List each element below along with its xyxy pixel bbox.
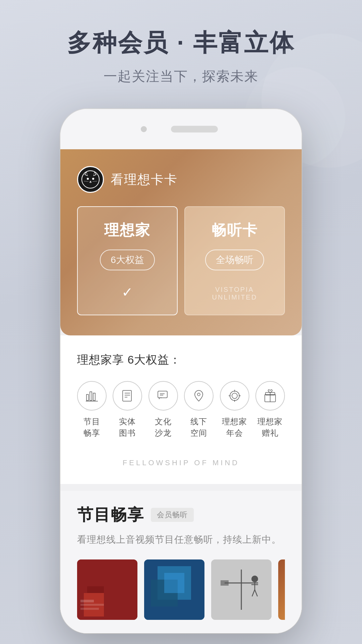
option-2-subtitle: VISTOPIA UNLIMITED [192,286,278,301]
benefit-label-5: 理想家年会 [222,416,247,438]
option-1-check: ✓ [84,284,170,301]
benefit-label-6: 理想家赠礼 [257,416,283,438]
benefits-grid: 节目畅享 实体图书 [77,381,285,438]
svg-rect-36 [80,608,99,610]
svg-point-21 [197,393,200,396]
section-description: 看理想线上音视频节目任意畅听，持续上新中。 [77,532,285,547]
phone-mockup: 看理想卡卡 理想家 6大权益 ✓ 畅听卡 全场畅听 VISTOPIA UNLIM… [60,109,302,633]
benefit-item-5: 理想家年会 [220,381,249,438]
option-2-title: 畅听卡 [192,220,278,240]
content-section: 节目畅享 会员畅听 看理想线上音视频节目任意畅听，持续上新中。 [60,491,302,633]
content-section-header: 节目畅享 会员畅听 [77,504,285,526]
page-title: 多种会员 · 丰富立体 [20,27,342,59]
gift-icon [255,381,285,411]
thumbnail-1[interactable] [77,559,137,620]
phone-top-bar [60,109,302,149]
benefits-title: 理想家享 6大权益： [77,352,285,368]
card-options: 理想家 6大权益 ✓ 畅听卡 全场畅听 VISTOPIA UNLIMITED [77,206,285,315]
svg-rect-34 [80,600,94,602]
card-brand: 看理想卡卡 [111,171,178,188]
svg-rect-14 [123,390,131,401]
svg-point-23 [232,393,237,398]
svg-rect-49 [221,580,229,586]
benefit-item-1: 节目畅享 [77,381,107,438]
svg-point-0 [82,171,99,188]
cat-logo [77,166,104,193]
ring-icon [220,381,249,411]
benefit-item-2: 实体图书 [113,381,142,438]
benefit-item-4: 线下空间 [184,381,214,438]
svg-rect-40 [164,573,184,593]
svg-rect-35 [80,604,104,606]
chat-icon [148,381,178,411]
option-1-title: 理想家 [84,220,170,240]
benefits-section: 理想家享 6大权益： 节目畅享 [60,335,302,484]
card-header: 看理想卡卡 [77,166,285,193]
option-2-badge: 全场畅听 [205,250,264,270]
thumbnail-3[interactable] [211,559,272,620]
svg-point-5 [87,178,89,180]
fellowship-text: FELLOWSHIP OF MIND [77,455,285,471]
svg-point-22 [230,391,239,400]
benefit-item-3: 文化沙龙 [148,381,178,438]
thumbnails [77,559,285,620]
phone-screen: 看理想卡卡 理想家 6大权益 ✓ 畅听卡 全场畅听 VISTOPIA UNLIM… [60,149,302,633]
membership-card: 看理想卡卡 理想家 6大权益 ✓ 畅听卡 全场畅听 VISTOPIA UNLIM… [60,149,302,335]
svg-point-6 [92,178,94,180]
section-badge: 会员畅听 [151,508,194,522]
svg-rect-10 [86,394,88,400]
svg-point-7 [90,181,91,182]
svg-rect-18 [158,391,167,398]
card-option-2[interactable]: 畅听卡 全场畅听 VISTOPIA UNLIMITED [184,206,285,315]
svg-rect-33 [87,586,104,593]
chart-icon [77,381,107,411]
phone-speaker [171,126,218,132]
benefit-label-4: 线下空间 [190,416,207,438]
benefit-item-6: 理想家赠礼 [255,381,285,438]
section-title: 节目畅享 [77,504,144,526]
benefit-label-2: 实体图书 [119,416,136,438]
thumbnail-4[interactable] [278,559,285,620]
svg-rect-11 [90,392,92,400]
page-header: 多种会员 · 丰富立体 一起关注当下，探索未来 [0,0,362,102]
benefit-label-1: 节目畅享 [83,416,100,438]
option-1-badge: 6大权益 [100,250,155,270]
phone-camera [141,126,147,132]
svg-point-44 [251,576,258,582]
page-subtitle: 一起关注当下，探索未来 [20,67,342,86]
book-icon [113,381,142,411]
svg-rect-12 [93,393,95,400]
benefit-label-3: 文化沙龙 [155,416,172,438]
card-option-1[interactable]: 理想家 6大权益 ✓ [77,206,178,315]
thumbnail-2[interactable] [144,559,204,620]
location-icon [184,381,214,411]
